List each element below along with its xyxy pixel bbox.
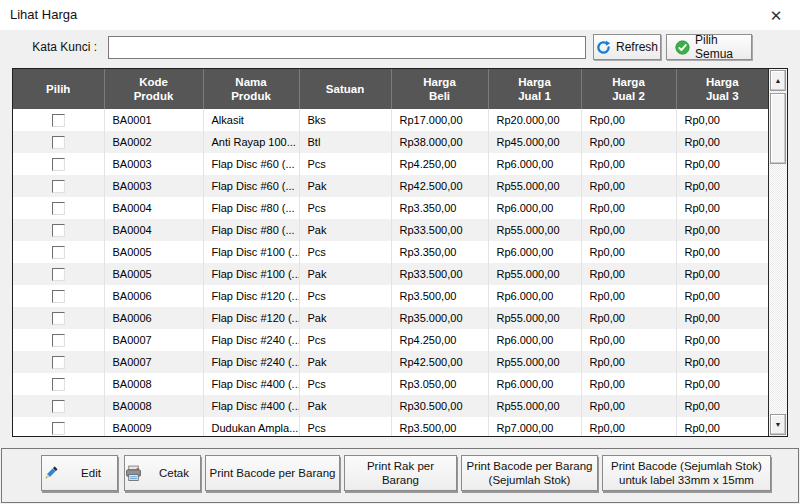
cell: Flap Disc #120 (... <box>203 285 299 307</box>
row-checkbox[interactable] <box>52 114 65 127</box>
print-button[interactable]: Cetak <box>124 455 201 491</box>
table-row[interactable]: BA0009Dudukan Ampla...PcsRp3.500,00Rp7.0… <box>13 417 768 436</box>
cell: Rp7.000,00 <box>488 417 581 436</box>
column-header[interactable]: Harga Jual 3 <box>676 69 768 109</box>
cell: Flap Disc #100 (... <box>203 263 299 285</box>
cell: Rp0,00 <box>676 241 768 263</box>
scrollbar-thumb[interactable] <box>770 93 786 164</box>
row-checkbox[interactable] <box>52 422 65 435</box>
cell: Rp3.500,00 <box>391 417 488 436</box>
cell: Rp55.000,00 <box>488 351 581 373</box>
cell: BA0006 <box>104 307 203 329</box>
row-select-cell <box>13 197 104 219</box>
cell: Rp6.000,00 <box>488 241 581 263</box>
cell: Rp55.000,00 <box>488 263 581 285</box>
refresh-button[interactable]: Refresh <box>593 34 661 60</box>
table-row[interactable]: BA0004Flap Disc #80 (...PcsRp3.350,00Rp6… <box>13 197 768 219</box>
row-checkbox[interactable] <box>52 400 65 413</box>
column-header[interactable]: Nama Produk <box>203 69 299 109</box>
row-checkbox[interactable] <box>52 268 65 281</box>
row-checkbox[interactable] <box>52 334 65 347</box>
table-row[interactable]: BA0003Flap Disc #60 (...PcsRp4.250,00Rp6… <box>13 153 768 175</box>
edit-button[interactable]: Edit <box>41 455 118 491</box>
row-checkbox[interactable] <box>52 224 65 237</box>
row-select-cell <box>13 395 104 417</box>
cell: Rp0,00 <box>581 197 676 219</box>
cell: Flap Disc #240 (... <box>203 329 299 351</box>
cell: BA0002 <box>104 131 203 153</box>
vertical-scrollbar[interactable]: ▲ ▼ <box>768 69 787 436</box>
row-checkbox[interactable] <box>52 136 65 149</box>
cell: Rp33.500,00 <box>391 263 488 285</box>
cell: Rp20.000,00 <box>488 109 581 131</box>
table-row[interactable]: BA0002Anti Rayap 100...BtlRp38.000,00Rp4… <box>13 131 768 153</box>
row-checkbox[interactable] <box>52 246 65 259</box>
cell: Anti Rayap 100... <box>203 131 299 153</box>
cell: BA0008 <box>104 395 203 417</box>
cell: BA0001 <box>104 109 203 131</box>
printer-icon <box>125 465 142 482</box>
cell: Rp33.500,00 <box>391 219 488 241</box>
table-row[interactable]: BA0006Flap Disc #120 (...PakRp35.000,00R… <box>13 307 768 329</box>
table-row[interactable]: BA0003Flap Disc #60 (...PakRp42.500,00Rp… <box>13 175 768 197</box>
cell: Flap Disc #120 (... <box>203 307 299 329</box>
search-input[interactable] <box>108 36 586 59</box>
cell: Rp55.000,00 <box>488 307 581 329</box>
cell: Rp0,00 <box>581 153 676 175</box>
cell: Flap Disc #60 (... <box>203 175 299 197</box>
cell: BA0007 <box>104 351 203 373</box>
row-checkbox[interactable] <box>52 290 65 303</box>
cell: Rp6.000,00 <box>488 373 581 395</box>
row-select-cell <box>13 373 104 395</box>
cell: Rp4.250,00 <box>391 329 488 351</box>
title-bar: Lihat Harga ✕ <box>0 0 800 30</box>
column-header[interactable]: Kode Produk <box>104 69 203 109</box>
close-icon[interactable]: ✕ <box>764 4 788 28</box>
column-header[interactable]: Harga Beli <box>391 69 488 109</box>
row-checkbox[interactable] <box>52 202 65 215</box>
print-barcode-label33-button[interactable]: Print Bacode (Sejumlah Stok) untuk label… <box>602 455 771 491</box>
scroll-down-icon[interactable]: ▼ <box>770 414 786 435</box>
table-row[interactable]: BA0007Flap Disc #240 (...PakRp42.500,00R… <box>13 351 768 373</box>
select-all-label: Pilih Semua <box>695 33 743 61</box>
column-header[interactable]: Satuan <box>299 69 391 109</box>
cell: Rp0,00 <box>676 417 768 436</box>
cell: BA0008 <box>104 373 203 395</box>
row-select-cell <box>13 285 104 307</box>
table-row[interactable]: BA0006Flap Disc #120 (...PcsRp3.500,00Rp… <box>13 285 768 307</box>
table-row[interactable]: BA0001AlkasitBksRp17.000,00Rp20.000,00Rp… <box>13 109 768 131</box>
cell: Rp38.000,00 <box>391 131 488 153</box>
row-checkbox[interactable] <box>52 158 65 171</box>
cell: Flap Disc #60 (... <box>203 153 299 175</box>
row-checkbox[interactable] <box>52 312 65 325</box>
table-row[interactable]: BA0005Flap Disc #100 (...PakRp33.500,00R… <box>13 263 768 285</box>
lihat-harga-dialog: Lihat Harga ✕ Kata Kunci : Refresh <box>0 0 800 504</box>
print-rak-per-item-button[interactable]: Print Rak per Barang <box>344 455 457 491</box>
column-header[interactable]: Pilih <box>13 69 104 109</box>
cell: Flap Disc #400 (... <box>203 373 299 395</box>
cell: Rp0,00 <box>676 351 768 373</box>
cell: Rp0,00 <box>581 307 676 329</box>
cell: Rp0,00 <box>676 373 768 395</box>
table-row[interactable]: BA0007Flap Disc #240 (...PcsRp4.250,00Rp… <box>13 329 768 351</box>
table-row[interactable]: BA0008Flap Disc #400 (...PcsRp3.050,00Rp… <box>13 373 768 395</box>
table-row[interactable]: BA0005Flap Disc #100 (...PcsRp3.350,00Rp… <box>13 241 768 263</box>
scroll-up-icon[interactable]: ▲ <box>770 70 786 91</box>
column-header[interactable]: Harga Jual 2 <box>581 69 676 109</box>
row-select-cell <box>13 351 104 373</box>
print-barcode-per-item-button[interactable]: Print Bacode per Barang <box>205 455 340 491</box>
print-barcode-stock-button[interactable]: Print Bacode per Barang (Sejumlah Stok) <box>461 455 598 491</box>
table-row[interactable]: BA0004Flap Disc #80 (...PakRp33.500,00Rp… <box>13 219 768 241</box>
cell: Rp35.000,00 <box>391 307 488 329</box>
row-checkbox[interactable] <box>52 180 65 193</box>
row-checkbox[interactable] <box>52 356 65 369</box>
cell: Rp0,00 <box>581 109 676 131</box>
column-header[interactable]: Harga Jual 1 <box>488 69 581 109</box>
table-row[interactable]: BA0008Flap Disc #400 (...PakRp30.500,00R… <box>13 395 768 417</box>
select-all-button[interactable]: Pilih Semua <box>666 34 752 60</box>
row-checkbox[interactable] <box>52 378 65 391</box>
cell: Rp0,00 <box>676 131 768 153</box>
row-select-cell <box>13 109 104 131</box>
cell: Rp0,00 <box>676 307 768 329</box>
cell: Rp0,00 <box>676 329 768 351</box>
